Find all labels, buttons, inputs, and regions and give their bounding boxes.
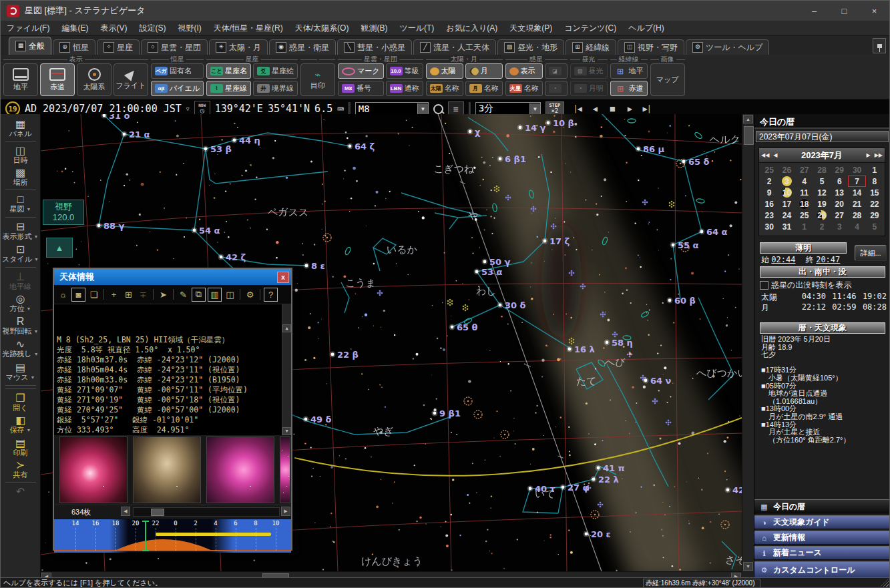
calendar-day[interactable]: 2 — [813, 221, 831, 232]
名称-toggle-button[interactable]: 火星名称 — [505, 81, 543, 96]
calendar-day[interactable]: 18 — [796, 198, 813, 210]
dialog-scrollbar[interactable]: ▲ ▼ — [282, 304, 291, 435]
menu-item[interactable]: お気に入り(A) — [440, 21, 503, 35]
境界線-toggle-button[interactable]: 井境界線 — [253, 81, 298, 96]
calendar-day[interactable]: 29 — [866, 210, 883, 221]
pin-icon[interactable] — [873, 38, 886, 53]
赤道-button[interactable]: 赤道 — [40, 63, 75, 96]
calendar-day[interactable]: 27 — [796, 164, 813, 176]
星座名-toggle-button[interactable]: こと星座名 — [206, 63, 251, 79]
nebula-photo-thumbnail[interactable] — [59, 436, 128, 503]
menu-item[interactable]: 視野(I) — [172, 21, 207, 35]
close-button[interactable]: × — [859, 1, 889, 21]
固有名-toggle-button[interactable]: ペガ固有名 — [151, 63, 204, 79]
nebula-photo-thumbnail[interactable] — [206, 436, 274, 503]
tab-視野・写野[interactable]: ◫視野・写野 — [618, 39, 684, 55]
resize-grip[interactable] — [881, 579, 889, 587]
calendar-day[interactable]: 21 — [848, 198, 865, 210]
sidebar-item-共有[interactable]: ≻共有 — [13, 459, 28, 479]
calendar-day[interactable]: 20 — [831, 198, 848, 210]
マップ-button[interactable]: ★マップ — [650, 63, 685, 96]
layers-icon[interactable]: ❏ — [87, 288, 100, 301]
icon-toggle-button[interactable]: ◪ — [545, 63, 568, 79]
calendar-day[interactable]: 28 — [848, 210, 865, 221]
calendar-day[interactable]: 26 — [778, 164, 795, 176]
番号-toggle-button[interactable]: M8番号 — [338, 81, 384, 96]
sidebar-item-方位[interactable]: ◎方位 ▼ — [10, 293, 31, 313]
calendar-day[interactable]: 27 — [831, 210, 848, 221]
通称-toggle-button[interactable]: LBN通称 — [386, 81, 423, 96]
calendar-day[interactable]: 1 — [796, 221, 813, 232]
calendar-day[interactable]: 2 — [760, 176, 778, 187]
menu-item[interactable]: 天体/太陽系(O) — [289, 21, 355, 35]
step-back-button[interactable]: ◀ — [586, 102, 604, 115]
sidebar-item-印刷[interactable]: ▤印刷 — [13, 437, 28, 457]
icon-toggle-button[interactable]: ◔ — [545, 81, 568, 96]
nebula-photo-thumbnail[interactable] — [133, 436, 201, 503]
赤道-toggle-button[interactable]: ⊞赤道 — [610, 81, 648, 96]
panel-button-カスタムコントロール[interactable]: ⚙カスタムコントロール — [754, 561, 890, 579]
edit-icon[interactable]: ✎ — [177, 288, 190, 301]
thumb-prev-icon[interactable]: ◀ — [121, 507, 130, 516]
calendar-day[interactable]: 15 — [866, 187, 883, 198]
scroll-up-icon[interactable]: ▲ — [743, 115, 753, 123]
menu-item[interactable]: コンテンツ(C) — [558, 21, 622, 35]
calendar-day[interactable]: 5 — [866, 221, 883, 232]
calendar-day[interactable]: 22 — [866, 198, 883, 210]
combo-dropdown-icon[interactable]: ▼ — [529, 103, 540, 115]
太陽系-button[interactable]: 太陽系 — [77, 63, 112, 96]
thumb-next-icon[interactable]: ▶ — [281, 507, 290, 516]
menu-item[interactable]: 編集(E) — [55, 21, 94, 35]
月-toggle-button[interactable]: 月 — [465, 63, 503, 79]
sidebar-item-表示形式[interactable]: ⊟表示形式 ▼ — [3, 221, 39, 241]
calendar-day[interactable]: 25 — [796, 210, 813, 221]
calendar-day[interactable]: 31 — [778, 221, 795, 232]
scroll-thumb[interactable] — [151, 509, 164, 516]
calendar-day[interactable]: 16 — [760, 198, 778, 210]
timezone-dropdown-icon[interactable]: ▽ — [186, 106, 190, 112]
windows-icon[interactable]: ⧉ — [192, 288, 206, 302]
tab-経緯線[interactable]: ⊞経緯線 — [566, 39, 616, 55]
calendar-day[interactable]: 5 — [813, 176, 831, 187]
datetime-display[interactable]: AD 2023/07/07 21:00:00 JST — [25, 103, 182, 115]
calendar-day-today[interactable]: 7 — [848, 176, 865, 187]
tab-星雲・星団[interactable]: ○星雲・星団 — [141, 39, 208, 55]
scroll-up-icon[interactable]: ▲ — [282, 324, 291, 332]
calendar-day[interactable]: 3 — [831, 221, 848, 232]
maximize-button[interactable]: □ — [829, 1, 859, 21]
magnitude-limit[interactable]: 6.5 — [314, 103, 332, 115]
calendar-day[interactable]: 17 — [778, 198, 795, 210]
menu-item[interactable]: ツール(T) — [393, 21, 440, 35]
sidebar-item-視野回転[interactable]: R視野回転 ▼ — [3, 316, 39, 336]
tab-恒星[interactable]: ⊕恒星 — [53, 39, 95, 55]
tab-ツール・ヘルプ[interactable]: ⚙ツール・ヘルプ — [686, 39, 769, 55]
menu-item[interactable]: ファイル(F) — [1, 21, 55, 35]
tab-彗星・小惑星[interactable]: ╲彗星・小惑星 — [337, 39, 412, 55]
checkbox-icon[interactable] — [760, 281, 768, 290]
next-month-button[interactable]: ▶ — [865, 152, 873, 158]
目印-button[interactable]: ⌁目印 — [300, 63, 335, 96]
panel-button-更新情報[interactable]: ⌂更新情報 — [754, 531, 890, 545]
星座絵-toggle-button[interactable]: 爻星座絵 — [253, 63, 298, 79]
settings-icon[interactable]: ⚙ — [244, 288, 256, 301]
地平-toggle-button[interactable]: ⊞地平 — [610, 63, 648, 79]
sidebar-item-マウス[interactable]: ▤マウス ▼ — [6, 362, 35, 382]
昼光-toggle-button[interactable]: ▨昼光 — [570, 63, 608, 79]
tab-流星・人工天体[interactable]: ╱流星・人工天体 — [413, 39, 496, 55]
calendar-day[interactable]: 28 — [813, 164, 831, 176]
skip-start-button[interactable]: |◀ — [569, 102, 586, 115]
等級-toggle-button[interactable]: 10.0等級 — [386, 63, 423, 79]
menu-item[interactable]: ヘルプ(H) — [622, 21, 670, 35]
menu-item[interactable]: 設定(S) — [133, 21, 172, 35]
calendar-day[interactable]: 30 — [848, 164, 865, 176]
フライト-button[interactable]: フライト — [114, 63, 148, 96]
latitude-display[interactable]: 35°41'N — [268, 103, 310, 115]
scroll-down-icon[interactable]: ▼ — [743, 562, 753, 571]
next-year-button[interactable]: ▶▶ — [873, 152, 885, 158]
sidebar-item-光跡残し[interactable]: ∿光跡残し ▼ — [2, 338, 38, 358]
brightness-icon[interactable]: ☼ — [57, 288, 69, 301]
sidebar-item-場所[interactable]: ▩場所 — [13, 167, 28, 186]
prev-month-button[interactable]: ◀ — [771, 152, 779, 158]
バイエル-toggle-button[interactable]: αβバイエル — [151, 81, 204, 96]
longitude-display[interactable]: 139°42'E — [215, 103, 263, 115]
